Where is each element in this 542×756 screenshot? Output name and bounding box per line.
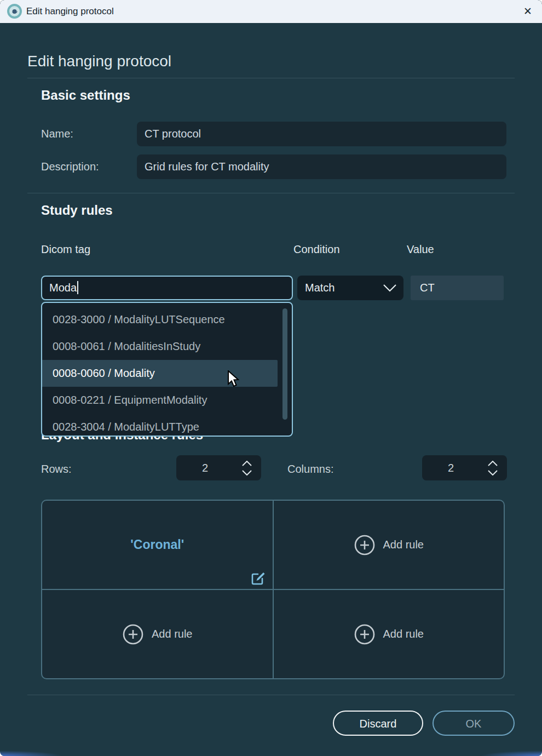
close-icon[interactable]: ✕ [517, 1, 539, 22]
divider [27, 78, 515, 78]
name-input[interactable]: CT protocol [137, 122, 506, 146]
grid-cell-add-rule[interactable]: Add rule [42, 590, 273, 678]
window-bottom-accent [0, 751, 542, 756]
chevron-down-icon [383, 284, 397, 292]
grid-cell-rule[interactable]: 'Coronal' [42, 501, 273, 589]
condition-selected-value: Match [305, 282, 335, 294]
column-header-condition: Condition [293, 243, 340, 256]
divider [27, 695, 515, 695]
dicom-tag-input-value: Moda [49, 282, 77, 294]
chevron-up-icon[interactable] [488, 461, 498, 466]
edit-hanging-protocol-dialog: Edit hanging protocol ✕ Edit hanging pro… [0, 0, 542, 756]
pencil-edit-icon[interactable] [250, 571, 266, 586]
plus-circle-icon [122, 623, 144, 645]
study-rules-heading: Study rules [41, 203, 113, 218]
rows-stepper[interactable]: 2 [176, 455, 261, 480]
value-input[interactable]: CT [411, 276, 504, 300]
column-header-dicom-tag: Dicom tag [41, 243, 90, 256]
dropdown-item[interactable]: 0028-3000 / ModalityLUTSequence [42, 306, 278, 333]
dicom-tag-dropdown: 0028-3000 / ModalityLUTSequence 0008-006… [41, 302, 293, 437]
layout-grid: 'Coronal' Add rule Add rule [41, 500, 505, 679]
app-logo-icon [7, 4, 22, 19]
rows-value: 2 [176, 462, 237, 474]
dicom-tag-input[interactable]: Moda [41, 276, 293, 300]
dropdown-scrollbar[interactable] [282, 308, 287, 420]
text-caret [77, 281, 78, 294]
chevron-down-icon[interactable] [488, 470, 498, 476]
mouse-cursor-icon [227, 370, 243, 388]
description-label: Description: [41, 161, 99, 173]
add-rule-label: Add rule [152, 628, 193, 640]
page-title: Edit hanging protocol [27, 53, 171, 70]
grid-cell-add-rule[interactable]: Add rule [274, 590, 504, 678]
condition-select[interactable]: Match [297, 276, 403, 300]
dropdown-item[interactable]: 0008-0221 / EquipmentModality [42, 387, 278, 414]
rule-label: 'Coronal' [130, 537, 184, 552]
columns-value: 2 [422, 462, 483, 474]
description-input[interactable]: Grid rules for CT modality [137, 154, 506, 179]
dropdown-item[interactable]: 0008-0061 / ModalitiesInStudy [42, 333, 278, 360]
basic-settings-heading: Basic settings [41, 88, 130, 103]
add-rule-label: Add rule [383, 628, 424, 640]
columns-stepper[interactable]: 2 [422, 455, 507, 480]
column-header-value: Value [407, 243, 434, 256]
plus-circle-icon [354, 623, 376, 645]
chevron-down-icon[interactable] [242, 470, 252, 476]
rows-label: Rows: [41, 463, 72, 476]
ok-button[interactable]: OK [433, 711, 515, 736]
chevron-up-icon[interactable] [242, 461, 252, 466]
dropdown-item[interactable]: 0028-3004 / ModalityLUTType [42, 414, 278, 437]
grid-cell-add-rule[interactable]: Add rule [274, 501, 504, 589]
columns-label: Columns: [287, 463, 333, 476]
divider [27, 193, 515, 193]
window-title: Edit hanging protocol [26, 0, 114, 23]
plus-circle-icon [354, 534, 376, 556]
titlebar: Edit hanging protocol ✕ [0, 0, 542, 23]
discard-button[interactable]: Discard [333, 711, 423, 736]
add-rule-label: Add rule [383, 539, 424, 551]
name-label: Name: [41, 128, 73, 140]
